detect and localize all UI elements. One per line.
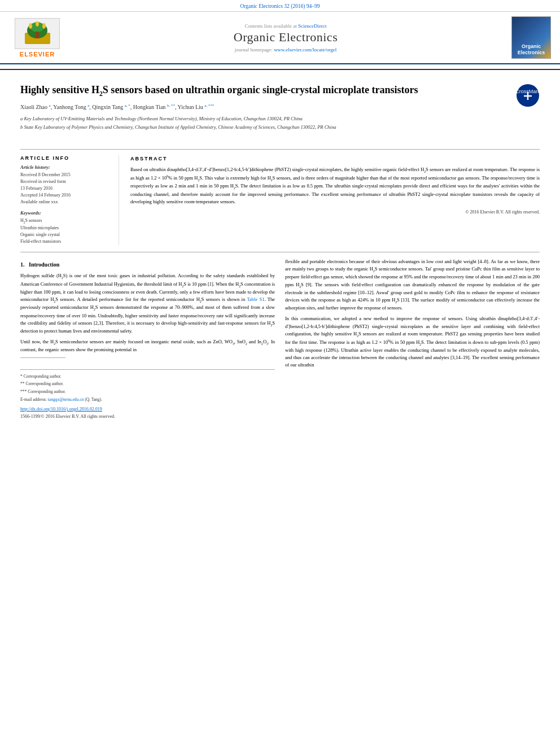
footnote-1: * Corresponding author. bbox=[20, 373, 275, 380]
author3: Qingxin Tang a, * bbox=[92, 104, 130, 110]
author1: Xiaoli Zhao a bbox=[20, 104, 51, 110]
keyword-2: Ultrathin microplates bbox=[20, 225, 112, 231]
article-meta-row: ARTICLE INFO Article history: Received 8… bbox=[20, 155, 540, 245]
elsevier-logo-area: ELSEVIER bbox=[9, 18, 65, 58]
header-divider bbox=[0, 69, 560, 70]
body-para-right2: In this communication, we adopted a new … bbox=[285, 315, 540, 369]
title-text-before: Highly sensitive H2S sensors based on ul… bbox=[20, 84, 418, 95]
article-info-col: ARTICLE INFO Article history: Received 8… bbox=[20, 155, 119, 245]
keyword-3: Organic single crystal bbox=[20, 231, 112, 238]
journal-cover-area: Organic Electronics bbox=[506, 16, 551, 59]
keyword-1: H2S sensors bbox=[20, 217, 112, 225]
email-line: E-mail address: tangqx@nenu.edu.cn (Q. T… bbox=[20, 396, 275, 403]
journal-title: Organic Electronics bbox=[65, 30, 506, 45]
body-col-left: 1. Introduction Hydrogen sulfide (H2S) i… bbox=[20, 258, 275, 420]
article-title-text: Highly sensitive H2S sensors based on ul… bbox=[20, 84, 510, 137]
abstract-text: Based on ultrathin dinaphtho[3,4-d:3′,4′… bbox=[130, 166, 540, 206]
accepted-date: Accepted 14 February 2016 bbox=[20, 192, 112, 198]
abstract-heading: ABSTRACT bbox=[130, 155, 540, 163]
affiliation-b: b State Key Laboratory of Polymer Physic… bbox=[20, 124, 510, 131]
keyword-4: Field-effect transistors bbox=[20, 238, 112, 245]
history-label: Article history: bbox=[20, 164, 112, 170]
journal-homepage: journal homepage: www.elsevier.com/locat… bbox=[65, 47, 506, 53]
meta-body-divider bbox=[20, 252, 540, 252]
author2: Yanhong Tong a bbox=[53, 104, 89, 110]
footnote-3: *** Corresponding author. bbox=[20, 388, 275, 395]
crossmark-icon: CrossMark bbox=[516, 84, 540, 107]
affiliation-a: a Key Laboratory of UV-Emitting Material… bbox=[20, 115, 510, 123]
available-online: Available online xxx bbox=[20, 199, 112, 205]
footnote-separator bbox=[20, 357, 65, 358]
email-link[interactable]: tangqx@nenu.edu.cn bbox=[48, 397, 84, 402]
body-col-right: flexible and portable electronics becaus… bbox=[285, 258, 540, 420]
received-date: Received 8 December 2015 bbox=[20, 172, 112, 178]
title-divider bbox=[20, 149, 540, 150]
body-content: 1. Introduction Hydrogen sulfide (H2S) i… bbox=[20, 258, 540, 420]
received-revised: Received in revised form bbox=[20, 178, 112, 185]
doi-line: http://dx.doi.org/10.1016/j.orgel.2016.0… bbox=[20, 406, 275, 413]
article-info-heading: ARTICLE INFO bbox=[20, 155, 112, 161]
journal-header: ELSEVIER Contents lists available at Sci… bbox=[0, 12, 560, 64]
svg-rect-3 bbox=[36, 32, 39, 38]
doi-link[interactable]: http://dx.doi.org/10.1016/j.orgel.2016.0… bbox=[20, 407, 102, 412]
crossmark-area: CrossMark bbox=[516, 84, 540, 108]
svg-point-6 bbox=[42, 23, 46, 29]
author5: Yichun Liu a, *** bbox=[178, 104, 215, 110]
elsevier-tree-icon bbox=[22, 21, 53, 45]
article-title-section: Highly sensitive H2S sensors based on ul… bbox=[20, 84, 540, 142]
author4: Hongkun Tian b, ** bbox=[133, 104, 175, 110]
issn-line: 1566-1199/© 2016 Elsevier B.V. All right… bbox=[20, 413, 275, 420]
svg-point-4 bbox=[29, 23, 32, 29]
abstract-col: ABSTRACT Based on ultrathin dinaphtho[3,… bbox=[130, 155, 540, 245]
science-direct-link[interactable]: ScienceDirect bbox=[298, 23, 326, 29]
body-para2: Until now, the H2S semiconductor sensors… bbox=[20, 338, 275, 353]
copyright-line: © 2016 Elsevier B.V. All rights reserved… bbox=[130, 209, 540, 216]
page-wrapper: Organic Electronics 32 (2016) 94–99 bbox=[0, 0, 560, 429]
journal-homepage-link[interactable]: www.elsevier.com/locate/orgel bbox=[274, 47, 336, 53]
section1-heading: 1. Introduction bbox=[20, 260, 275, 269]
footnote-2: ** Corresponding author. bbox=[20, 381, 275, 387]
citation-text: Organic Electronics 32 (2016) 94–99 bbox=[240, 3, 320, 9]
body-para-right1: flexible and portable electronics becaus… bbox=[285, 258, 540, 312]
science-direct-line: Contents lists available at ScienceDirec… bbox=[65, 23, 506, 29]
keywords-section: Keywords: H2S sensors Ultrathin micropla… bbox=[20, 210, 112, 245]
journal-cover-image: Organic Electronics bbox=[511, 16, 551, 59]
elsevier-wordmark: ELSEVIER bbox=[20, 51, 55, 58]
affiliations: a Key Laboratory of UV-Emitting Material… bbox=[20, 115, 510, 131]
journal-header-center: Contents lists available at ScienceDirec… bbox=[65, 23, 506, 53]
table-s1-link[interactable]: Table S1 bbox=[247, 296, 264, 302]
main-content: Highly sensitive H2S sensors based on ul… bbox=[0, 75, 560, 429]
article-title: Highly sensitive H2S sensors based on ul… bbox=[20, 84, 510, 98]
body-para1: Hydrogen sulfide (H2S) is one of the mos… bbox=[20, 272, 275, 335]
footer-area: * Corresponding author. ** Corresponding… bbox=[20, 369, 275, 420]
top-citation-bar: Organic Electronics 32 (2016) 94–99 bbox=[0, 0, 560, 12]
keywords-label: Keywords: bbox=[20, 210, 112, 216]
revised-date: 13 February 2016 bbox=[20, 185, 112, 191]
authors-line: Xiaoli Zhao a, Yanhong Tong a, Qingxin T… bbox=[20, 103, 510, 112]
elsevier-logo-box bbox=[15, 18, 60, 49]
